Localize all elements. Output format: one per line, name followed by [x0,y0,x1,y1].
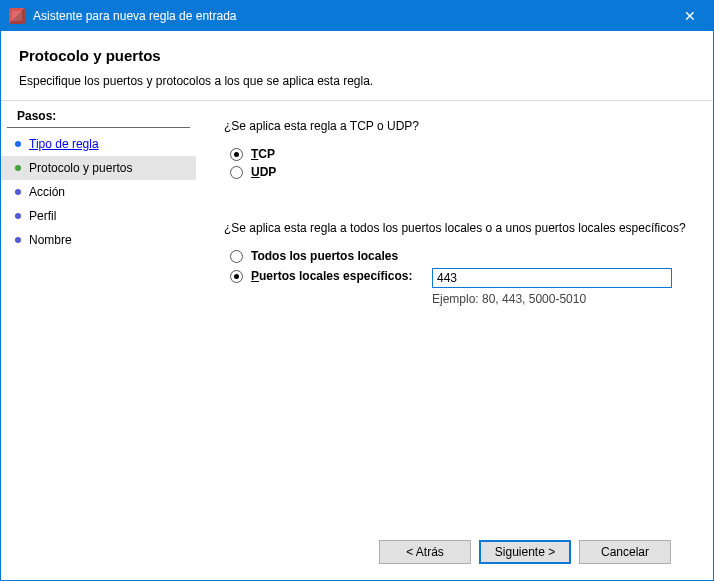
wizard-body: Pasos: Tipo de regla Protocolo y puertos… [1,101,713,580]
page-title: Protocolo y puertos [19,47,695,64]
cancel-button[interactable]: Cancelar [579,540,671,564]
step-bullet-icon [15,141,21,147]
step-label: Protocolo y puertos [29,161,132,175]
radio-icon [230,166,243,179]
radio-icon [230,250,243,263]
step-tipo-de-regla[interactable]: Tipo de regla [1,132,196,156]
wizard-footer: < Atrás Siguiente > Cancelar [224,526,689,580]
step-bullet-icon [15,165,21,171]
back-button[interactable]: < Atrás [379,540,471,564]
step-bullet-icon [15,237,21,243]
radio-label: Puertos locales específicos: [251,269,412,283]
wizard-window: Asistente para nueva regla de entrada ✕ … [0,0,714,581]
window-title: Asistente para nueva regla de entrada [33,9,667,23]
step-bullet-icon [15,213,21,219]
specific-ports-input[interactable] [432,268,672,288]
radio-all-ports[interactable]: Todos los puertos locales [230,249,689,263]
ports-example: Ejemplo: 80, 443, 5000-5010 [432,292,672,306]
radio-specific-ports[interactable]: Puertos locales específicos: [230,269,420,283]
radio-label: TCP [251,147,275,161]
step-label[interactable]: Tipo de regla [29,137,99,151]
titlebar: Asistente para nueva regla de entrada ✕ [1,1,713,31]
page-subtitle: Especifique los puertos y protocolos a l… [19,74,695,88]
wizard-content: ¿Se aplica esta regla a TCP o UDP? TCP U… [196,101,713,580]
question-protocol: ¿Se aplica esta regla a TCP o UDP? [224,119,689,133]
wizard-header: Protocolo y puertos Especifique los puer… [1,31,713,101]
close-button[interactable]: ✕ [667,1,713,31]
radio-udp[interactable]: UDP [230,165,689,179]
step-perfil[interactable]: Perfil [1,204,196,228]
step-bullet-icon [15,189,21,195]
next-button[interactable]: Siguiente > [479,540,571,564]
question-port-scope: ¿Se aplica esta regla a todos los puerto… [224,221,689,235]
content-inner: ¿Se aplica esta regla a TCP o UDP? TCP U… [224,119,689,526]
radio-icon [230,148,243,161]
radio-label: UDP [251,165,276,179]
step-label: Nombre [29,233,72,247]
close-icon: ✕ [684,8,696,24]
step-label: Perfil [29,209,56,223]
step-protocolo-y-puertos[interactable]: Protocolo y puertos [1,156,196,180]
steps-heading: Pasos: [7,107,190,128]
step-nombre[interactable]: Nombre [1,228,196,252]
step-accion[interactable]: Acción [1,180,196,204]
firewall-icon [9,8,25,24]
radio-tcp[interactable]: TCP [230,147,689,161]
radio-icon [230,270,243,283]
step-label: Acción [29,185,65,199]
steps-sidebar: Pasos: Tipo de regla Protocolo y puertos… [1,101,196,580]
radio-label: Todos los puertos locales [251,249,398,263]
